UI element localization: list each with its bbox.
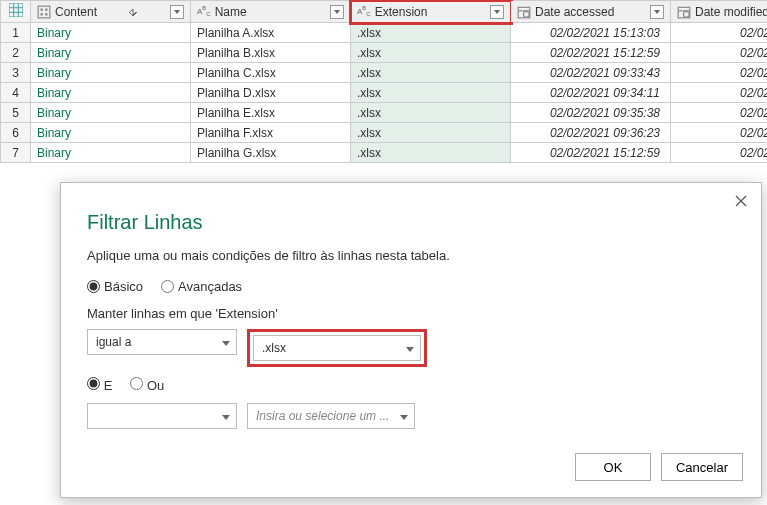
row-number[interactable]: 2 <box>1 43 31 63</box>
text-type-icon: ABC <box>197 5 211 18</box>
cell-content[interactable]: Binary <box>31 23 191 43</box>
cell-name[interactable]: Planilha B.xlsx <box>191 43 351 63</box>
svg-point-15 <box>523 11 529 17</box>
select-all-corner[interactable] <box>1 1 31 23</box>
column-header-date-modified[interactable]: Date modified <box>671 1 768 23</box>
cell-date-modified[interactable]: 02/02/2 <box>671 103 768 123</box>
cell-date-modified[interactable]: 02/02/2 <box>671 123 768 143</box>
column-label: Content <box>55 5 97 19</box>
row-number[interactable]: 4 <box>1 83 31 103</box>
cancel-button[interactable]: Cancelar <box>661 453 743 481</box>
table-row[interactable]: 3BinaryPlanilha C.xlsx.xlsx02/02/2021 09… <box>1 63 768 83</box>
radio-or[interactable]: Ou <box>130 377 164 393</box>
row-number[interactable]: 3 <box>1 63 31 83</box>
column-label: Extension <box>375 5 428 19</box>
svg-rect-7 <box>45 8 47 10</box>
cell-date-modified[interactable]: 02/02/2 <box>671 143 768 163</box>
cell-date-accessed[interactable]: 02/02/2021 15:12:59 <box>511 143 671 163</box>
table-row[interactable]: 7BinaryPlanilha G.xlsx.xlsx02/02/2021 15… <box>1 143 768 163</box>
cell-extension[interactable]: .xlsx <box>351 43 511 63</box>
chevron-down-icon <box>400 409 408 423</box>
cell-extension[interactable]: .xlsx <box>351 103 511 123</box>
dialog-footer: OK Cancelar <box>575 453 743 481</box>
cell-date-modified[interactable]: 02/02/2 <box>671 63 768 83</box>
datetime-type-icon <box>677 5 691 19</box>
column-header-content[interactable]: Content <box>31 1 191 23</box>
table-row[interactable]: 5BinaryPlanilha E.xlsx.xlsx02/02/2021 09… <box>1 103 768 123</box>
cell-name[interactable]: Planilha C.xlsx <box>191 63 351 83</box>
table-row[interactable]: 4BinaryPlanilha D.xlsx.xlsx02/02/2021 09… <box>1 83 768 103</box>
svg-rect-0 <box>9 3 23 17</box>
cell-content[interactable]: Binary <box>31 43 191 63</box>
radio-basic[interactable]: Básico <box>87 279 143 294</box>
filter-button[interactable] <box>330 5 344 19</box>
data-table: Content ABC Name ABC Extension <box>0 0 767 163</box>
svg-point-19 <box>683 11 689 17</box>
svg-marker-11 <box>334 10 340 14</box>
svg-marker-10 <box>174 10 180 14</box>
close-button[interactable] <box>731 191 751 211</box>
cell-content[interactable]: Binary <box>31 123 191 143</box>
filter-button[interactable] <box>490 5 504 19</box>
column-header-name[interactable]: ABC Name <box>191 1 351 23</box>
svg-rect-5 <box>38 6 50 18</box>
operator-select-1[interactable]: igual a <box>87 329 237 355</box>
cell-date-accessed[interactable]: 02/02/2021 09:36:23 <box>511 123 671 143</box>
filter-button[interactable] <box>650 5 664 19</box>
cell-extension[interactable]: .xlsx <box>351 83 511 103</box>
cell-content[interactable]: Binary <box>31 63 191 83</box>
cell-extension[interactable]: .xlsx <box>351 23 511 43</box>
dialog-title: Filtrar Linhas <box>87 211 735 234</box>
column-header-extension[interactable]: ABC Extension <box>351 1 511 23</box>
expand-icon[interactable] <box>126 5 140 19</box>
cell-date-modified[interactable]: 02/02/2 <box>671 23 768 43</box>
column-header-date-accessed[interactable]: Date accessed <box>511 1 671 23</box>
table-row[interactable]: 6BinaryPlanilha F.xlsx.xlsx02/02/2021 09… <box>1 123 768 143</box>
cell-date-accessed[interactable]: 02/02/2021 15:13:03 <box>511 23 671 43</box>
row-number[interactable]: 6 <box>1 123 31 143</box>
svg-marker-16 <box>654 10 660 14</box>
table-row[interactable]: 1BinaryPlanilha A.xlsx.xlsx02/02/2021 15… <box>1 23 768 43</box>
filter-rows-dialog: Filtrar Linhas Aplique uma ou mais condi… <box>60 182 762 498</box>
column-label: Date modified <box>695 5 767 19</box>
svg-rect-8 <box>41 13 43 15</box>
cell-name[interactable]: Planilha D.xlsx <box>191 83 351 103</box>
row-number[interactable]: 5 <box>1 103 31 123</box>
table-row[interactable]: 2BinaryPlanilha B.xlsx.xlsx02/02/2021 15… <box>1 43 768 63</box>
row-number[interactable]: 7 <box>1 143 31 163</box>
radio-advanced[interactable]: Avançadas <box>161 279 242 294</box>
cell-name[interactable]: Planilha G.xlsx <box>191 143 351 163</box>
value-highlight: .xlsx <box>247 329 427 367</box>
cell-content[interactable]: Binary <box>31 103 191 123</box>
column-label: Name <box>215 5 247 19</box>
filter-button[interactable] <box>170 5 184 19</box>
ok-button[interactable]: OK <box>575 453 651 481</box>
cell-name[interactable]: Planilha A.xlsx <box>191 23 351 43</box>
cell-date-accessed[interactable]: 02/02/2021 09:34:11 <box>511 83 671 103</box>
cell-date-accessed[interactable]: 02/02/2021 15:12:59 <box>511 43 671 63</box>
mode-radio-group: Básico Avançadas <box>87 279 735 294</box>
operator-select-2[interactable] <box>87 403 237 429</box>
cell-extension[interactable]: .xlsx <box>351 123 511 143</box>
cell-date-accessed[interactable]: 02/02/2021 09:33:43 <box>511 63 671 83</box>
cell-extension[interactable]: .xlsx <box>351 143 511 163</box>
cell-name[interactable]: Planilha E.xlsx <box>191 103 351 123</box>
binary-type-icon <box>37 5 51 19</box>
row-number[interactable]: 1 <box>1 23 31 43</box>
value-combo-1[interactable]: .xlsx <box>253 335 421 361</box>
chevron-down-icon <box>222 335 230 349</box>
chevron-down-icon <box>222 409 230 423</box>
cell-content[interactable]: Binary <box>31 83 191 103</box>
cell-content[interactable]: Binary <box>31 143 191 163</box>
svg-rect-9 <box>45 13 47 15</box>
cell-date-modified[interactable]: 02/02/2 <box>671 83 768 103</box>
value-combo-2[interactable]: Insira ou selecione um ... <box>247 403 415 429</box>
cell-date-modified[interactable]: 02/02/2 <box>671 43 768 63</box>
radio-and[interactable]: E <box>87 377 112 393</box>
cell-name[interactable]: Planilha F.xlsx <box>191 123 351 143</box>
datetime-type-icon <box>517 5 531 19</box>
cell-extension[interactable]: .xlsx <box>351 63 511 83</box>
cell-date-accessed[interactable]: 02/02/2021 09:35:38 <box>511 103 671 123</box>
dialog-subtitle: Aplique uma ou mais condições de filtro … <box>87 248 735 263</box>
svg-marker-25 <box>400 415 408 420</box>
